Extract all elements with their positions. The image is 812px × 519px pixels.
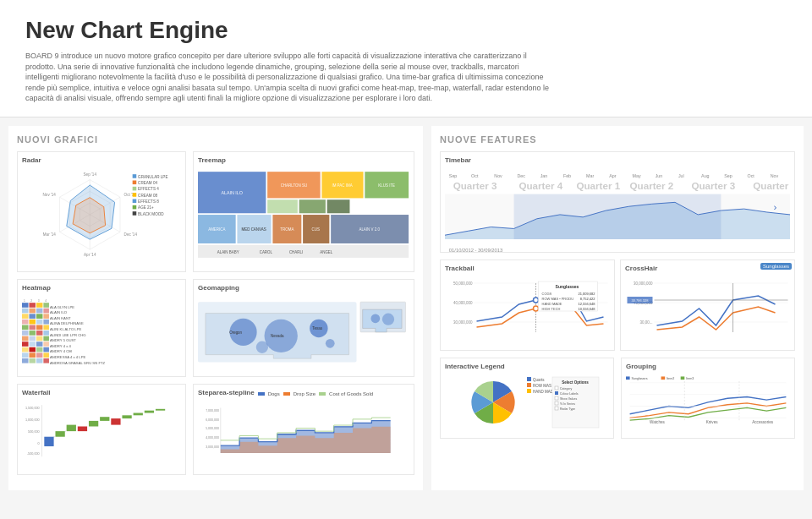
svg-text:ALINA DELPHINASE: ALINA DELPHINASE bbox=[50, 321, 84, 325]
heatmap-svg: ALA GLYN LPE ALAIN ILO ALAIN KANT ALINA … bbox=[22, 294, 181, 369]
right-panel-title: NUOVE FEATURES bbox=[440, 134, 795, 145]
crosshair-badge: Sunglasses bbox=[760, 263, 792, 270]
svg-text:Quarter 3: Quarter 3 bbox=[691, 180, 735, 191]
svg-rect-71 bbox=[43, 303, 49, 308]
svg-text:CUS: CUS bbox=[312, 227, 320, 232]
svg-rect-79 bbox=[43, 314, 49, 319]
svg-text:KLUS ITE: KLUS ITE bbox=[378, 183, 395, 188]
svg-rect-100 bbox=[22, 347, 29, 352]
svg-rect-111 bbox=[43, 358, 49, 363]
svg-text:Colour Labels: Colour Labels bbox=[560, 392, 579, 396]
svg-text:HAND MADE: HAND MADE bbox=[542, 302, 562, 306]
svg-rect-75 bbox=[43, 309, 49, 314]
svg-rect-108 bbox=[22, 358, 29, 363]
svg-text:-500,000: -500,000 bbox=[27, 452, 40, 456]
svg-text:AMERICA: AMERICA bbox=[208, 227, 225, 232]
svg-text:CHARLTON SU: CHARLTON SU bbox=[281, 183, 308, 188]
svg-rect-29 bbox=[133, 211, 137, 216]
svg-text:Sep '14: Sep '14 bbox=[84, 172, 97, 177]
svg-rect-140 bbox=[111, 418, 120, 425]
svg-text:30,786,328: 30,786,328 bbox=[631, 298, 649, 303]
svg-rect-74 bbox=[36, 309, 43, 314]
svg-text:Feb: Feb bbox=[563, 173, 571, 178]
trackball-crosshair-row: Trackball 50,000,000 40,000,000 30,000,0… bbox=[440, 260, 795, 351]
svg-rect-96 bbox=[22, 341, 29, 347]
svg-rect-84 bbox=[22, 325, 29, 330]
svg-text:4: 4 bbox=[45, 299, 47, 303]
svg-text:Category: Category bbox=[560, 387, 572, 391]
svg-rect-223 bbox=[555, 407, 558, 410]
svg-text:500,000: 500,000 bbox=[28, 430, 40, 434]
svg-text:GRANULAR LPE: GRANULAR LPE bbox=[138, 175, 167, 179]
svg-text:Sep: Sep bbox=[724, 173, 732, 178]
svg-text:Quarts: Quarts bbox=[533, 378, 545, 382]
svg-text:Dec: Dec bbox=[517, 173, 525, 178]
interactive-grouping-row: Interactive Legend Quarts ROW MAS + PROD… bbox=[440, 358, 795, 439]
svg-text:1,000,000: 1,000,000 bbox=[25, 418, 40, 422]
geomapping-svg: Oregon Nevada Texas bbox=[198, 294, 409, 369]
svg-rect-139 bbox=[100, 417, 109, 421]
treemap-label: Treemap bbox=[198, 156, 409, 164]
svg-text:3,000,000: 3,000,000 bbox=[206, 445, 219, 449]
timebar-label: Timebar bbox=[445, 156, 471, 164]
svg-rect-88 bbox=[22, 331, 29, 336]
svg-text:Show Values: Show Values bbox=[560, 397, 577, 401]
svg-point-121 bbox=[326, 339, 335, 348]
svg-rect-95 bbox=[43, 336, 49, 341]
svg-rect-17 bbox=[133, 174, 137, 178]
radar-svg: Sep '14 Oct '14 Dec '14 Apr '14 Mar '14 … bbox=[22, 167, 181, 260]
svg-text:Nov: Nov bbox=[494, 173, 502, 178]
svg-text:EFFECTS 8: EFFECTS 8 bbox=[138, 199, 159, 204]
svg-text:Sunglasses: Sunglasses bbox=[556, 284, 579, 289]
svg-rect-138 bbox=[89, 421, 98, 427]
svg-text:Mar '14: Mar '14 bbox=[43, 232, 57, 237]
grouping-label: Grouping bbox=[626, 363, 790, 370]
heatmap-chart-box: Heatmap ALA GLYN LPE ALAIN ILO ALAIN KAN… bbox=[17, 279, 186, 377]
svg-point-127 bbox=[382, 314, 394, 325]
svg-text:Mar: Mar bbox=[586, 173, 594, 178]
svg-text:CREAM 08: CREAM 08 bbox=[138, 194, 157, 198]
svg-text:Item2: Item2 bbox=[667, 377, 674, 380]
svg-rect-72 bbox=[22, 309, 29, 314]
svg-text:5,000,000: 5,000,000 bbox=[206, 427, 219, 430]
header-section: New Chart Engine BOARD 9 introduce un nu… bbox=[0, 0, 812, 117]
crosshair-label: CrossHair bbox=[625, 265, 657, 272]
svg-rect-219 bbox=[555, 396, 558, 400]
svg-text:1: 1 bbox=[24, 299, 25, 303]
svg-text:ALAIN BABY: ALAIN BABY bbox=[217, 250, 239, 254]
svg-text:ANDROSA GRASAL GRU SN FTZ: ANDROSA GRASAL GRU SN FTZ bbox=[50, 361, 106, 365]
svg-text:Jan: Jan bbox=[540, 173, 548, 178]
svg-text:Apr '14: Apr '14 bbox=[84, 253, 96, 257]
svg-text:Oregon: Oregon bbox=[229, 331, 242, 335]
geomapping-label: Geomapping bbox=[198, 284, 409, 292]
svg-text:Nov: Nov bbox=[771, 173, 779, 178]
svg-text:40,000,000: 40,000,000 bbox=[453, 301, 473, 305]
main-content: NUOVI GRAFICI Radar bbox=[0, 117, 812, 499]
svg-rect-92 bbox=[22, 336, 29, 341]
svg-text:COGS: COGS bbox=[542, 292, 552, 296]
svg-rect-94 bbox=[36, 336, 43, 341]
svg-text:IM PAC IMA: IM PAC IMA bbox=[332, 183, 352, 188]
svg-text:10,556,648: 10,556,648 bbox=[578, 307, 595, 311]
svg-text:Accessories: Accessories bbox=[752, 420, 774, 424]
svg-text:4,000,000: 4,000,000 bbox=[206, 436, 219, 440]
interactive-label: Interactive Legend bbox=[445, 363, 609, 370]
svg-text:CREAM 04: CREAM 04 bbox=[138, 181, 157, 185]
svg-rect-69 bbox=[29, 303, 36, 308]
svg-rect-80 bbox=[22, 320, 29, 325]
svg-text:Sep: Sep bbox=[449, 173, 458, 178]
svg-text:MED CANVAS: MED CANVAS bbox=[242, 227, 266, 232]
svg-text:ROW MAS • PRODU: ROW MAS • PRODU bbox=[542, 297, 574, 301]
svg-text:21,009,682: 21,009,682 bbox=[578, 292, 595, 296]
svg-text:›: › bbox=[774, 201, 777, 212]
timebar-svg: Sep Oct Nov Dec Jan Feb Mar Apr May Jun … bbox=[445, 168, 790, 257]
svg-rect-73 bbox=[29, 309, 36, 314]
trackball-svg: 50,000,000 40,000,000 30,000,000 bbox=[445, 275, 610, 342]
svg-rect-229 bbox=[681, 376, 685, 380]
interactive-svg: Quarts ROW MAS + PROD1 HAND MADE Select … bbox=[445, 373, 609, 430]
steparea-label: Steparea-stepline bbox=[198, 389, 255, 396]
svg-text:12,556,648: 12,556,648 bbox=[578, 302, 595, 306]
svg-rect-85 bbox=[29, 325, 36, 330]
svg-text:Sunglasses: Sunglasses bbox=[631, 377, 647, 380]
svg-rect-27 bbox=[133, 205, 137, 210]
